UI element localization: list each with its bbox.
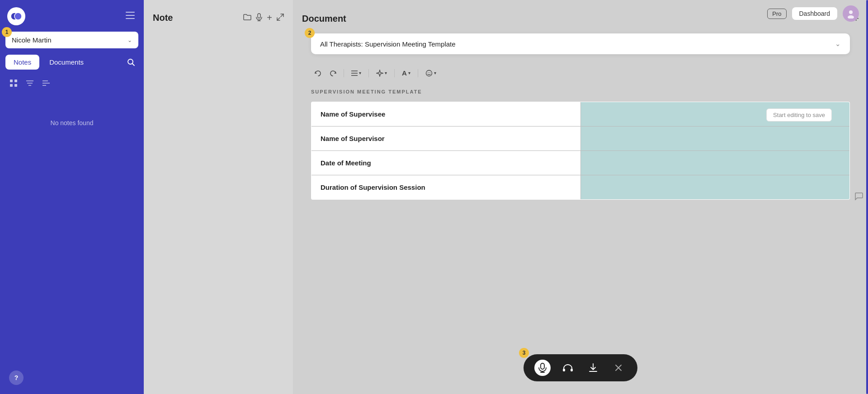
svg-line-23 [277, 18, 280, 20]
svg-point-27 [426, 70, 432, 76]
grid-view-icon[interactable] [7, 77, 20, 89]
scroll-indicator [866, 0, 868, 394]
svg-rect-19 [258, 14, 260, 18]
toolbar-separator-2 [368, 69, 369, 77]
table-label-date: Date of Meeting [311, 151, 581, 175]
step-number-1: 1 [2, 27, 12, 37]
expand-icon[interactable] [277, 14, 284, 23]
floating-headphones-button[interactable] [560, 360, 576, 376]
folder-icon[interactable] [243, 14, 251, 23]
editor-toolbar: ▾ ▾ A ▾ [293, 63, 868, 83]
user-selector-chevron: ⌄ [127, 37, 132, 43]
undo-button[interactable] [311, 68, 325, 79]
side-chat-icon[interactable] [854, 192, 863, 202]
emoji-button[interactable]: ▾ [422, 67, 440, 79]
sidebar: 1 Nicole Martin ⌄ Notes Documents [0, 0, 144, 394]
svg-point-29 [429, 72, 430, 73]
sidebar-toggle-button[interactable] [124, 10, 137, 23]
template-chevron-icon: ⌄ [835, 40, 841, 48]
svg-line-6 [132, 63, 135, 66]
app-logo-icon [7, 7, 25, 25]
template-selector-value: All Therapists: Supervision Meeting Temp… [320, 40, 456, 48]
floating-toolbar: 3 [524, 354, 637, 381]
help-button[interactable]: ? [9, 371, 24, 385]
dashboard-button[interactable]: Dashboard [792, 7, 838, 20]
svg-rect-8 [14, 80, 17, 82]
table-label-supervisee: Name of Supervisee [311, 102, 581, 127]
step-number-3: 3 [519, 348, 529, 358]
svg-rect-30 [541, 363, 544, 369]
top-bar: Pro Dashboard [758, 0, 868, 27]
align-chevron-icon: ▾ [359, 70, 361, 75]
align-button[interactable]: ▾ [348, 68, 365, 78]
svg-rect-9 [10, 84, 13, 87]
template-selector-wrapper: 2 All Therapists: Supervision Meeting Te… [311, 33, 850, 54]
text-format-chevron-icon: ▾ [408, 70, 410, 75]
table-label-duration: Duration of Supervision Session [311, 175, 581, 200]
user-selector[interactable]: 1 Nicole Martin ⌄ [5, 32, 138, 48]
toolbar-separator [344, 69, 344, 77]
nav-tabs: Notes Documents [0, 55, 144, 70]
table-value-supervisor[interactable] [580, 127, 850, 151]
svg-rect-3 [126, 15, 135, 16]
document-panel: Document + 2 All Therapists: Supervision… [293, 0, 868, 394]
step-number-2: 2 [305, 28, 315, 38]
ai-sparkle-button[interactable]: ▾ [373, 67, 391, 79]
tab-documents[interactable]: Documents [41, 55, 92, 70]
panels-row: Note + [144, 0, 868, 394]
table-row: Duration of Supervision Session [311, 175, 850, 200]
svg-rect-34 [571, 369, 573, 371]
template-heading: SUPERVISION MEETING TEMPLATE [293, 84, 868, 102]
floating-mic-button[interactable] [534, 360, 551, 376]
toolbar-separator-4 [418, 69, 418, 77]
svg-point-17 [849, 10, 853, 14]
no-notes-message: No notes found [0, 119, 144, 127]
emoji-chevron-icon: ▾ [434, 70, 436, 75]
logo-area [7, 7, 25, 25]
svg-line-22 [281, 14, 283, 17]
svg-rect-4 [126, 18, 135, 19]
main-content: Pro Dashboard Note [144, 0, 868, 394]
save-notice: Start editing to save [766, 108, 832, 122]
table-row: Date of Meeting [311, 151, 850, 175]
table-value-duration[interactable] [580, 175, 850, 200]
add-note-icon[interactable]: + [267, 13, 272, 23]
table-row: Name of Supervisor [311, 127, 850, 151]
avatar[interactable] [843, 5, 859, 22]
floating-download-button[interactable] [585, 360, 601, 376]
svg-rect-10 [14, 84, 17, 87]
note-panel-title: Note [153, 13, 173, 23]
text-format-icon: A [402, 69, 407, 77]
svg-point-28 [428, 72, 429, 73]
table-label-supervisor: Name of Supervisor [311, 127, 581, 151]
template-selector[interactable]: All Therapists: Supervision Meeting Temp… [311, 33, 850, 54]
pro-badge[interactable]: Pro [767, 9, 786, 19]
mic-icon[interactable] [256, 13, 262, 23]
sidebar-header [0, 0, 144, 30]
sparkle-chevron-icon: ▾ [385, 70, 387, 75]
sort-icon[interactable] [40, 77, 52, 89]
svg-point-1 [14, 13, 22, 20]
tab-notes[interactable]: Notes [5, 55, 39, 70]
redo-button[interactable] [326, 68, 340, 79]
note-panel: Note + [144, 0, 293, 394]
note-panel-header: Note + [144, 0, 293, 32]
floating-close-button[interactable] [610, 360, 627, 376]
toolbar-separator-3 [394, 69, 395, 77]
search-icon[interactable] [124, 55, 138, 70]
text-format-button[interactable]: A ▾ [398, 67, 414, 79]
table-value-date[interactable] [580, 151, 850, 175]
svg-rect-33 [563, 369, 565, 371]
filter-icon[interactable] [24, 77, 36, 89]
notes-toolbar [0, 74, 144, 92]
svg-point-18 [848, 15, 854, 19]
svg-rect-2 [126, 12, 135, 13]
document-panel-title: Document [302, 14, 346, 24]
user-name: Nicole Martin [12, 36, 52, 44]
svg-rect-7 [10, 80, 13, 82]
note-panel-actions: + [243, 13, 284, 23]
